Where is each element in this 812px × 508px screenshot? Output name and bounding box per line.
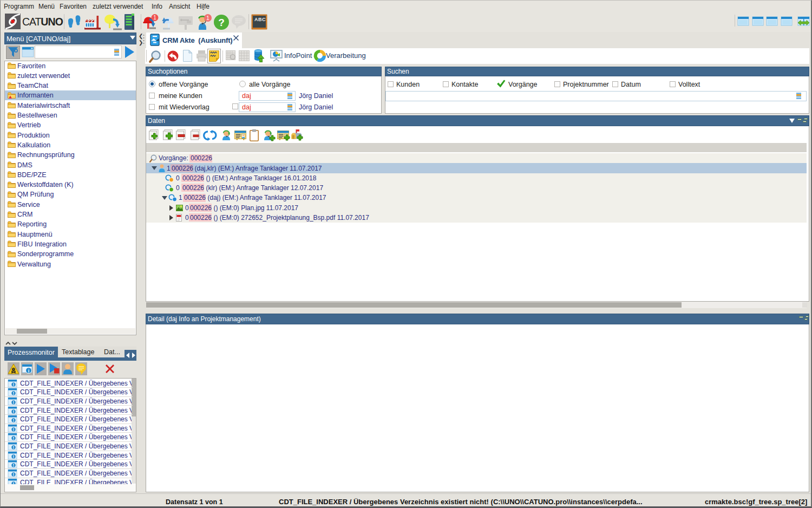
svg-text:ABC: ABC — [254, 17, 266, 22]
svg-text:i: i — [28, 368, 30, 374]
svg-text:1: 1 — [153, 15, 156, 21]
svg-text:1: 1 — [206, 15, 209, 21]
svg-text:?: ? — [218, 17, 225, 28]
